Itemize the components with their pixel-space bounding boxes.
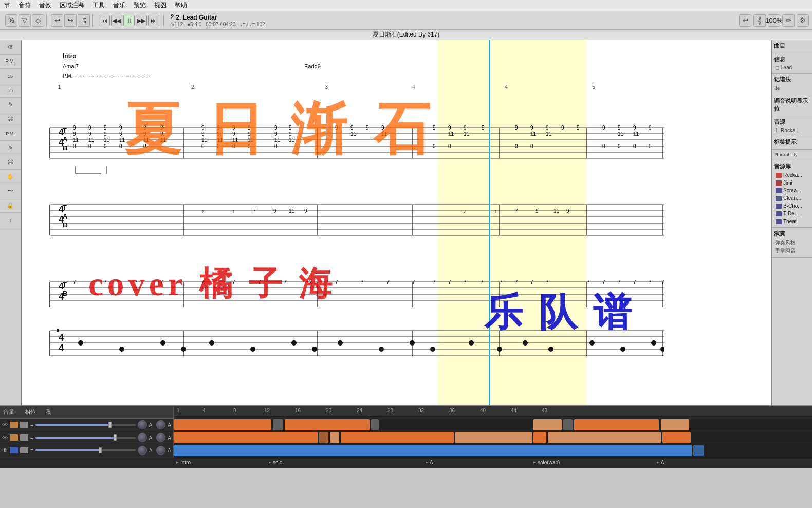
left-ctrl-tool2[interactable]: ⌘ — [0, 112, 21, 126]
vol-knob-2[interactable] — [138, 433, 147, 442]
notation-btn[interactable]: 𝄞 — [753, 14, 766, 27]
eye-icon-1[interactable]: 👁 — [2, 422, 8, 428]
arr-block-2-5[interactable] — [455, 432, 532, 443]
source-item-theat[interactable]: Theat — [774, 217, 810, 225]
menu-item-preview[interactable]: 预览 — [134, 1, 146, 10]
left-ctrl-arrow[interactable]: ↕ — [0, 213, 21, 227]
play-pause-button[interactable]: ⏸ — [123, 15, 135, 26]
left-ctrl-2[interactable]: 15 — [0, 83, 21, 98]
left-ctrl-hand[interactable]: ✋ — [0, 170, 21, 184]
mixer-track-2[interactable]: 👁 = A A — [0, 431, 173, 444]
arr-block-1-3[interactable] — [285, 419, 370, 430]
track-fader-3[interactable] — [35, 449, 136, 451]
vol-knob-3b[interactable] — [156, 446, 165, 455]
menu-item-effect[interactable]: 音效 — [39, 1, 51, 10]
left-ctrl-wave[interactable]: 〜 — [0, 184, 21, 198]
arr-block-1-8[interactable] — [661, 419, 689, 430]
arr-block-2-8[interactable] — [662, 432, 691, 443]
settings-btn[interactable]: ⚙ — [797, 14, 809, 27]
source-rocka[interactable]: 1. Rocka... — [774, 127, 810, 134]
print-button[interactable]: 🖨 — [78, 14, 90, 27]
left-ctrl-tool1[interactable]: ✎ — [0, 98, 21, 112]
arr-block-1-5[interactable] — [533, 419, 562, 430]
source-item-screa[interactable]: Screa... — [774, 187, 810, 194]
section-title-lib: 音源库 — [774, 162, 810, 170]
svg-text:7: 7 — [618, 279, 621, 285]
menu-item-note[interactable]: 音符 — [19, 1, 31, 10]
score-area[interactable]: 夏 日 渐 石 cover 橘 子 海 乐 队 谱 Intro Amaj7 P.… — [22, 40, 771, 405]
tempo: ♩=♩ ♩= 102 — [240, 22, 265, 27]
palm-mute[interactable]: 手掌闷音 — [774, 247, 810, 255]
svg-text:Intro: Intro — [63, 52, 77, 60]
rewind-button[interactable]: ⏮ — [99, 15, 110, 26]
time-sig: 4/112 — [170, 22, 183, 27]
arr-block-3-2[interactable] — [693, 445, 704, 456]
svg-text:11: 11 — [201, 137, 208, 143]
menu-item-help[interactable]: 帮助 — [175, 1, 187, 10]
right-panel-lib-section: 音源库 Rocka... Jimi Screa... Clean... B-Ch… — [772, 160, 812, 228]
arr-block-1-7[interactable] — [574, 419, 659, 430]
arr-block-2-3[interactable] — [330, 432, 339, 443]
redo-button[interactable]: ↪ — [64, 14, 77, 27]
arr-block-1-4[interactable] — [371, 419, 379, 430]
undo-button[interactable]: ↩ — [51, 14, 63, 27]
right-panel-tag-section: 标签提示 — [772, 136, 812, 150]
svg-text:4: 4 — [59, 333, 64, 343]
menu-item-region[interactable]: 区域注释 — [60, 1, 84, 10]
zoom-100-btn[interactable]: 100% — [768, 14, 780, 27]
rockability-item[interactable]: Rockability — [774, 152, 810, 158]
vol-knob-2b[interactable] — [156, 433, 165, 442]
track-fader-1[interactable] — [35, 424, 136, 426]
arr-block-2-2[interactable] — [319, 432, 328, 443]
eye-icon-3[interactable]: 👁 — [2, 447, 8, 453]
svg-point-211 — [523, 340, 528, 346]
source-item-clean[interactable]: Clean... — [774, 194, 810, 202]
source-item-bcho[interactable]: B-Cho... — [774, 202, 810, 210]
track-fader-2[interactable] — [35, 437, 136, 439]
vol-knob-1b[interactable] — [156, 420, 165, 429]
vol-knob-1[interactable] — [138, 420, 147, 429]
left-ctrl-1[interactable]: 15 — [0, 69, 21, 83]
arr-block-1-6[interactable] — [563, 419, 573, 430]
source-item-rockab[interactable]: Rocka... — [774, 171, 810, 179]
menu-item-jie[interactable]: 节 — [4, 1, 10, 10]
svg-text:7: 7 — [661, 279, 664, 285]
mixer-track-3[interactable]: 👁 = A A — [0, 444, 173, 457]
undo2-button[interactable]: ↩ — [739, 14, 751, 27]
right-toolbar: ↩ 𝄞 100% ✏ ⚙ — [739, 14, 809, 27]
svg-text:7: 7 — [602, 279, 605, 285]
section-title-tag: 标签提示 — [774, 138, 810, 146]
zoom-percent-btn[interactable]: % — [5, 14, 17, 27]
left-ctrl-tool4[interactable]: ⌘ — [0, 155, 21, 170]
info-lead[interactable]: ◻ Lead — [774, 64, 810, 71]
eye-icon-2[interactable]: 👁 — [2, 434, 8, 441]
left-ctrl-tool3[interactable]: ✎ — [0, 141, 21, 155]
end-button[interactable]: ⏭ — [148, 15, 159, 26]
play-style[interactable]: 弹奏风格 — [774, 239, 810, 247]
svg-text:♪: ♪ — [494, 208, 497, 214]
left-ctrl-pm[interactable]: P.M. — [0, 55, 21, 69]
menu-item-view[interactable]: 视图 — [154, 1, 167, 10]
left-ctrl-strings[interactable]: 弦 — [0, 40, 21, 55]
menu-item-music[interactable]: 音乐 — [113, 1, 125, 10]
pencil-btn[interactable]: ✏ — [782, 14, 795, 27]
arr-block-1-2[interactable] — [273, 419, 283, 430]
zoom-down-btn[interactable]: ▽ — [19, 14, 31, 27]
source-item-jimi[interactable]: Jimi — [774, 179, 810, 187]
mixer-track-1[interactable]: 👁 = A A — [0, 419, 173, 431]
zoom-check-btn[interactable]: ◇ — [32, 14, 44, 27]
arr-block-2-1[interactable] — [174, 432, 318, 443]
left-ctrl-pm2[interactable]: P.M. — [0, 126, 21, 141]
left-ctrl-lock[interactable]: 🔒 — [0, 198, 21, 213]
arr-block-2-7[interactable] — [548, 432, 661, 443]
arr-block-1-1[interactable] — [174, 419, 271, 430]
menu-item-tools[interactable]: 工具 — [93, 1, 105, 10]
source-item-tde[interactable]: T-De... — [774, 210, 810, 217]
vol-knob-3[interactable] — [138, 446, 147, 455]
arr-block-3-1[interactable] — [174, 445, 692, 456]
back-button[interactable]: ◀◀ — [111, 15, 122, 26]
forward-button[interactable]: ▶▶ — [136, 15, 147, 26]
arr-block-2-4[interactable] — [341, 432, 454, 443]
notation-item[interactable]: 标 — [774, 84, 810, 93]
arr-block-2-6[interactable] — [533, 432, 546, 443]
